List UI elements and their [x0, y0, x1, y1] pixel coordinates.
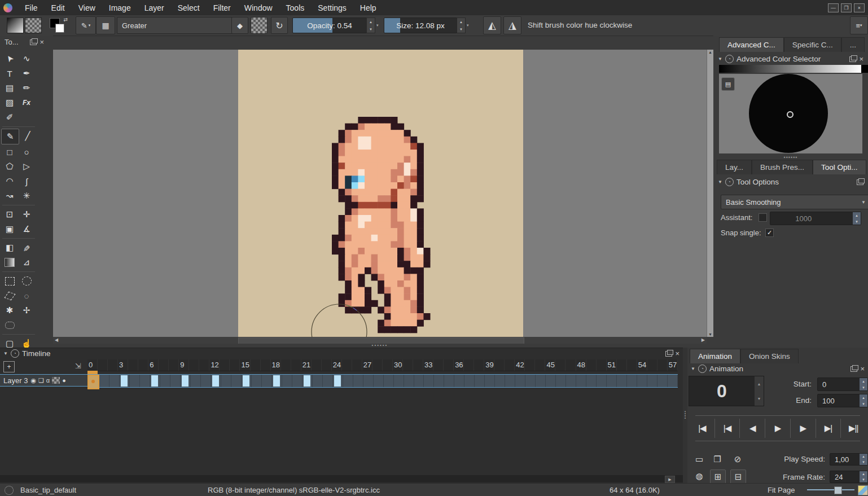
ruler-cell-12[interactable]: 12	[209, 359, 220, 371]
pattern-swatch[interactable]	[25, 17, 42, 33]
frame-cell-23[interactable]	[323, 375, 333, 387]
start-spinbox[interactable]: 0 ▲▼	[817, 378, 868, 391]
ruler-cell-8[interactable]	[169, 359, 179, 371]
assistant-checkbox[interactable]	[759, 213, 767, 222]
inherit-alpha-icon[interactable]	[52, 377, 60, 384]
frame-cell-52[interactable]	[617, 375, 627, 387]
remove-keyframes-icon[interactable]: ⊟	[730, 469, 746, 484]
previous-keyframe-button[interactable]: |◀	[715, 419, 740, 438]
tab-specific-c-[interactable]: Specific C...	[784, 37, 841, 52]
menu-tools[interactable]: Tools	[279, 3, 312, 12]
frame-cell-7[interactable]	[160, 375, 170, 387]
frame-cell-53[interactable]	[627, 375, 637, 387]
frame-cell-30[interactable]	[394, 375, 404, 387]
blending-mode-combo[interactable]: Greater ▼	[117, 17, 243, 34]
frame-cell-36[interactable]	[454, 375, 464, 387]
next-keyframe-button[interactable]: ▶|	[816, 419, 841, 438]
scroll-left-icon[interactable]: ◀	[55, 337, 58, 343]
ruler-cell-28[interactable]	[372, 359, 383, 371]
scroll-up-icon[interactable]: ▲	[707, 50, 713, 54]
size-spinner[interactable]: ▲▼	[457, 17, 466, 33]
smoothing-mode-combo[interactable]: Basic Smoothing ▼	[721, 195, 868, 209]
ruler-cell-18[interactable]: 18	[271, 359, 281, 371]
size-dropdown-icon[interactable]: ▾	[467, 23, 469, 28]
close-docker-icon[interactable]: ×	[860, 366, 865, 372]
ruler-cell-29[interactable]	[383, 359, 393, 371]
remove-frame-icon[interactable]: ⊘	[730, 453, 745, 466]
ruler-cell-3[interactable]: 3	[118, 359, 128, 371]
frame-cell-39[interactable]	[485, 375, 495, 387]
play-speed-spinbox[interactable]: 1,00 ▲▼	[830, 453, 868, 466]
frame-cell-54[interactable]	[637, 375, 647, 387]
zoom-slider-handle[interactable]	[834, 486, 842, 494]
collapse-icon[interactable]: ▼	[691, 366, 695, 371]
frame-cell-47[interactable]	[566, 375, 576, 387]
ruler-cell-56[interactable]	[657, 359, 668, 371]
frame-cell-24[interactable]	[333, 375, 343, 387]
frame-cell-48[interactable]	[576, 375, 586, 387]
frame-cell-10[interactable]	[191, 375, 201, 387]
frame-cell-35[interactable]	[444, 375, 454, 387]
collapse-icon[interactable]: ▼	[718, 56, 722, 62]
skip-to-end-button[interactable]: ▶||	[841, 419, 866, 438]
freehand-select-tool[interactable]: ◌	[18, 288, 35, 303]
ruler-cell-0[interactable]: 0	[87, 359, 98, 371]
zoom-thumbnail-icon[interactable]	[858, 485, 868, 495]
frame-cell-11[interactable]	[201, 375, 211, 387]
ruler-cell-2[interactable]	[108, 359, 118, 371]
select-shapes-tool[interactable]: ➤	[1, 51, 18, 66]
close-button[interactable]: ×	[854, 3, 865, 12]
frame-cell-37[interactable]	[464, 375, 475, 387]
frame-cell-26[interactable]	[353, 375, 363, 387]
polygon-tool[interactable]: ⬠	[1, 159, 18, 174]
frame-rate-spinbox[interactable]: 24 ▲▼	[830, 471, 868, 483]
vertical-scrollbar[interactable]: ▲ ▼	[707, 50, 713, 337]
frame-cell-22[interactable]	[313, 375, 323, 387]
frame-cell-28[interactable]	[374, 375, 384, 387]
menu-file[interactable]: File	[18, 3, 45, 12]
spin-arrows[interactable]: ▲▼	[860, 471, 867, 482]
ruler-cell-16[interactable]	[251, 359, 261, 371]
canvas-image[interactable]	[238, 50, 523, 337]
mirror-vertical-button[interactable]: ◮	[503, 16, 521, 34]
ruler-cell-5[interactable]	[138, 359, 148, 371]
frame-cell-1[interactable]	[99, 375, 109, 387]
ruler-cell-53[interactable]	[627, 359, 637, 371]
maximize-button[interactable]: ❐	[841, 3, 852, 12]
add-layer-button[interactable]: +	[3, 361, 15, 372]
menu-image[interactable]: Image	[102, 3, 138, 12]
ruler-cell-21[interactable]: 21	[301, 359, 312, 371]
ruler-cell-9[interactable]: 9	[179, 359, 189, 371]
tab-advanced-c-[interactable]: Advanced C...	[719, 37, 784, 52]
frame-cell-5[interactable]	[140, 375, 150, 387]
spin-arrows[interactable]: ▲▼	[860, 378, 867, 390]
layer-frame-cells[interactable]	[87, 374, 678, 388]
frame-cell-4[interactable]	[130, 375, 140, 387]
menu-edit[interactable]: Edit	[45, 3, 72, 12]
frame-cell-15[interactable]	[242, 375, 252, 387]
canvas-viewport[interactable]	[53, 50, 707, 337]
menu-select[interactable]: Select	[171, 3, 207, 12]
rect-select-tool[interactable]	[1, 274, 18, 288]
magnetic-select-tool[interactable]	[1, 318, 18, 332]
close-docker-icon[interactable]: ×	[40, 39, 45, 45]
frame-cell-29[interactable]	[384, 375, 394, 387]
polygon-select-tool[interactable]	[1, 288, 18, 303]
mirror-horizontal-button[interactable]: ◭	[483, 16, 501, 34]
frame-cell-40[interactable]	[495, 375, 505, 387]
zoom-mode-text[interactable]: Fit Page	[768, 486, 795, 494]
crow-pen-tool[interactable]: ✐	[1, 110, 18, 125]
ruler-cell-36[interactable]: 36	[454, 359, 464, 371]
ruler-cell-34[interactable]	[433, 359, 444, 371]
frame-cell-43[interactable]	[525, 375, 536, 387]
insert-keyframe-icon[interactable]: ⊞	[710, 469, 726, 484]
scroll-right-icon[interactable]: ▶	[702, 337, 705, 343]
ruler-cell-10[interactable]	[189, 359, 199, 371]
pattern-edit-tool[interactable]: ▨	[1, 95, 18, 110]
ruler-cell-14[interactable]	[230, 359, 240, 371]
menu-settings[interactable]: Settings	[311, 3, 353, 12]
background-color[interactable]	[55, 24, 64, 33]
layer-row-label[interactable]: Layer 3 ◉❏α●	[0, 374, 87, 387]
frame-cell-27[interactable]	[363, 375, 374, 387]
tab-brush-pres-[interactable]: Brush Pres...	[752, 160, 813, 174]
